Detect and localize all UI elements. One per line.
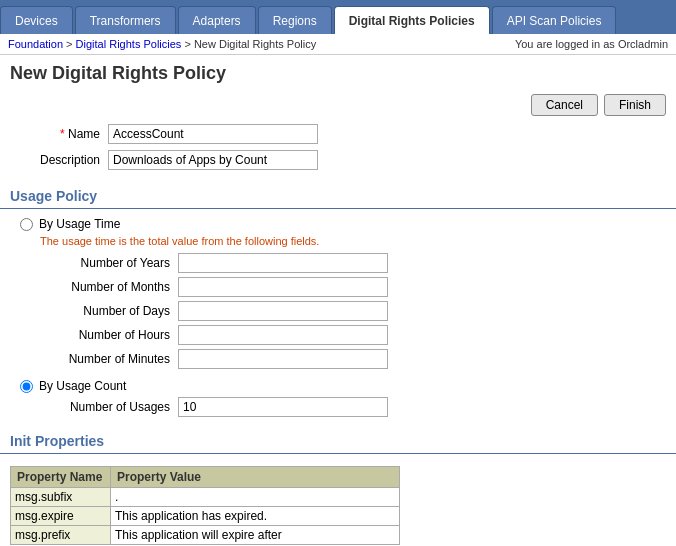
num-usages-label: Number of Usages — [40, 400, 170, 414]
months-label: Number of Months — [40, 280, 170, 294]
init-section: Property Name Property Value msg.subfixm… — [0, 458, 676, 546]
property-name-cell: msg.expire — [11, 507, 111, 526]
hours-label: Number of Hours — [40, 328, 170, 342]
name-input[interactable] — [108, 124, 318, 144]
cancel-button[interactable]: Cancel — [531, 94, 598, 116]
by-usage-count-label: By Usage Count — [39, 379, 126, 393]
minutes-row: Number of Minutes — [40, 349, 656, 369]
logged-in-text: You are logged in as Orcladmin — [515, 38, 668, 50]
form-area: * Name Description — [0, 120, 676, 180]
by-usage-count-radio[interactable] — [20, 380, 33, 393]
property-value-input[interactable] — [115, 528, 395, 542]
description-row: Description — [10, 150, 666, 170]
property-value-input[interactable] — [115, 509, 395, 523]
property-value-input[interactable] — [115, 490, 395, 504]
breadcrumb-bar: Foundation > Digital Rights Policies > N… — [0, 34, 676, 55]
minutes-label: Number of Minutes — [40, 352, 170, 366]
by-usage-time-radio[interactable] — [20, 218, 33, 231]
days-label: Number of Days — [40, 304, 170, 318]
breadcrumb: Foundation > Digital Rights Policies > N… — [8, 38, 316, 50]
property-value-cell[interactable] — [111, 507, 400, 526]
num-usages-input[interactable] — [178, 397, 388, 417]
usage-policy-heading: Usage Policy — [0, 180, 676, 209]
hint-text: The usage time is the total value from t… — [40, 235, 656, 247]
page-title: New Digital Rights Policy — [0, 55, 676, 90]
tab-bar: Devices Transformers Adapters Regions Di… — [0, 0, 676, 34]
finish-button[interactable]: Finish — [604, 94, 666, 116]
years-input[interactable] — [178, 253, 388, 273]
breadcrumb-drp[interactable]: Digital Rights Policies — [76, 38, 182, 50]
table-row: msg.prefix — [11, 526, 400, 545]
tab-regions[interactable]: Regions — [258, 6, 332, 34]
months-input[interactable] — [178, 277, 388, 297]
name-row: * Name — [10, 124, 666, 144]
by-usage-time-label: By Usage Time — [39, 217, 120, 231]
years-label: Number of Years — [40, 256, 170, 270]
by-usage-time-row: By Usage Time — [20, 217, 656, 231]
property-value-cell[interactable] — [111, 488, 400, 507]
minutes-input[interactable] — [178, 349, 388, 369]
col-property-name: Property Name — [11, 467, 111, 488]
months-row: Number of Months — [40, 277, 656, 297]
description-label: Description — [10, 153, 100, 167]
by-usage-count-row: By Usage Count — [20, 379, 656, 393]
init-table: Property Name Property Value msg.subfixm… — [10, 466, 400, 545]
property-name-cell: msg.subfix — [11, 488, 111, 507]
hours-row: Number of Hours — [40, 325, 656, 345]
years-row: Number of Years — [40, 253, 656, 273]
required-star: * — [60, 127, 65, 141]
hours-input[interactable] — [178, 325, 388, 345]
breadcrumb-current: New Digital Rights Policy — [194, 38, 316, 50]
days-input[interactable] — [178, 301, 388, 321]
tab-api-scan-policies[interactable]: API Scan Policies — [492, 6, 617, 34]
action-bar: Cancel Finish — [0, 90, 676, 120]
tab-transformers[interactable]: Transformers — [75, 6, 176, 34]
col-property-value: Property Value — [111, 467, 400, 488]
tab-digital-rights-policies[interactable]: Digital Rights Policies — [334, 6, 490, 34]
num-usages-row: Number of Usages — [40, 397, 656, 417]
table-row: msg.expire — [11, 507, 400, 526]
tab-adapters[interactable]: Adapters — [178, 6, 256, 34]
breadcrumb-foundation[interactable]: Foundation — [8, 38, 63, 50]
days-row: Number of Days — [40, 301, 656, 321]
tab-devices[interactable]: Devices — [0, 6, 73, 34]
init-properties-heading: Init Properties — [0, 425, 676, 454]
description-input[interactable] — [108, 150, 318, 170]
property-name-cell: msg.prefix — [11, 526, 111, 545]
name-label: * Name — [10, 127, 100, 141]
property-value-cell[interactable] — [111, 526, 400, 545]
usage-area: By Usage Time The usage time is the tota… — [0, 213, 676, 425]
table-row: msg.subfix — [11, 488, 400, 507]
